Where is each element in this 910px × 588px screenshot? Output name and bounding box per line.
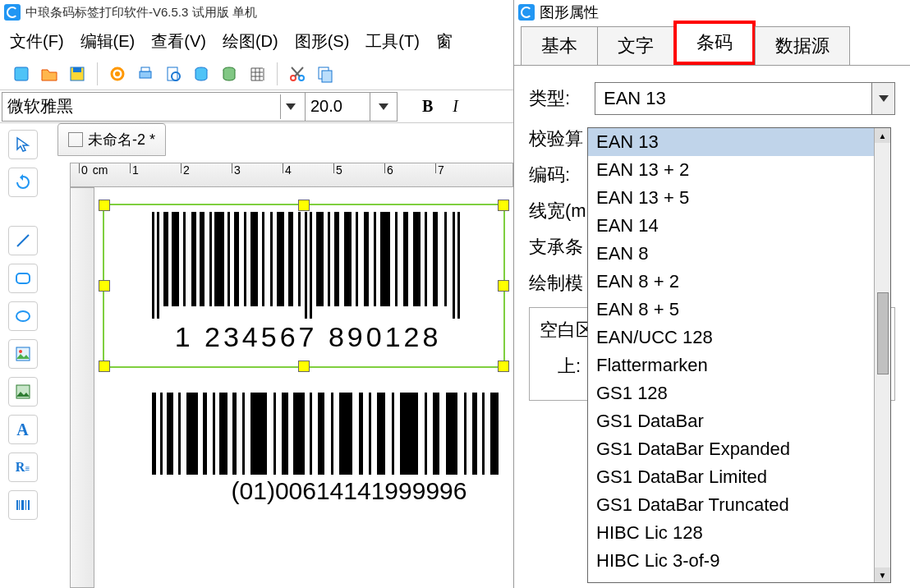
svg-rect-66 <box>186 393 198 475</box>
font-select[interactable]: 微软雅黑 <box>2 92 306 122</box>
label-bearer: 支承条 <box>529 235 595 260</box>
option-eanucc128[interactable]: EAN/UCC 128 <box>588 324 890 351</box>
svg-rect-28 <box>163 212 168 306</box>
richtext-tool[interactable]: R≡ <box>8 452 38 482</box>
option-hibc128[interactable]: HIBC Lic 128 <box>588 519 890 547</box>
option-flattermarken[interactable]: Flattermarken <box>588 351 890 379</box>
ruler-horizontal: 0 cm1234567 <box>70 163 513 187</box>
pointer-tool[interactable] <box>8 130 38 159</box>
menu-extra[interactable]: 窗 <box>436 30 453 53</box>
option-ean13-2[interactable]: EAN 13 + 2 <box>588 156 890 184</box>
option-hibc3of9[interactable]: HIBC Lic 3-of-9 <box>588 547 890 575</box>
option-ean8[interactable]: EAN 8 <box>588 240 890 268</box>
handle-ne[interactable] <box>498 200 509 211</box>
save-button[interactable] <box>64 61 90 87</box>
scroll-up-icon[interactable]: ▲ <box>875 128 890 143</box>
print-button[interactable] <box>132 61 159 87</box>
new-button[interactable] <box>8 61 34 87</box>
menu-draw[interactable]: 绘图(D) <box>223 30 278 53</box>
rotate-tool[interactable] <box>8 168 38 197</box>
canvas[interactable]: 1 234567 890128 <box>94 187 513 588</box>
svg-rect-56 <box>413 212 421 306</box>
option-ean13-5[interactable]: EAN 13 + 5 <box>588 184 890 212</box>
roundrect-tool[interactable] <box>8 264 38 293</box>
svg-point-17 <box>16 311 30 321</box>
database1-button[interactable] <box>188 61 214 87</box>
size-input[interactable]: 20.0 <box>305 92 370 122</box>
menu-file[interactable]: 文件(F) <box>10 30 64 53</box>
font-dropdown-icon[interactable] <box>280 94 300 119</box>
cut-button[interactable] <box>284 61 310 87</box>
option-ean14[interactable]: EAN 14 <box>588 212 890 240</box>
svg-rect-26 <box>152 212 154 319</box>
svg-rect-34 <box>214 212 224 306</box>
scroll-down-icon[interactable]: ▼ <box>875 567 890 582</box>
handle-s[interactable] <box>298 361 310 372</box>
svg-rect-78 <box>331 393 333 475</box>
menu-shape[interactable]: 图形(S) <box>295 30 350 53</box>
tab-text[interactable]: 文字 <box>597 26 674 65</box>
menu-view[interactable]: 查看(V) <box>151 30 206 53</box>
svg-rect-35 <box>228 212 230 306</box>
grid-button[interactable] <box>244 61 270 87</box>
handle-sw[interactable] <box>99 361 110 372</box>
menu-tool[interactable]: 工具(T) <box>365 30 420 53</box>
image2-tool[interactable] <box>8 377 38 407</box>
barcode1-text: 1 234567 890128 <box>111 321 505 353</box>
image1-tool[interactable] <box>8 339 38 369</box>
settings-button[interactable] <box>104 61 131 87</box>
option-gs1databar-trunc[interactable]: GS1 DataBar Truncated <box>588 491 890 519</box>
svg-rect-87 <box>446 393 457 475</box>
option-gs1databar-lim[interactable]: GS1 DataBar Limited <box>588 463 890 491</box>
tab-barcode[interactable]: 条码 <box>673 21 756 65</box>
option-gs1databar-exp[interactable]: GS1 DataBar Expanded <box>588 435 890 463</box>
option-ean8-5[interactable]: EAN 8 + 5 <box>588 296 890 324</box>
bold-button[interactable]: B <box>422 97 433 116</box>
svg-rect-44 <box>305 212 307 319</box>
ruler-vertical <box>70 187 94 588</box>
copy-button[interactable] <box>312 61 338 87</box>
svg-rect-37 <box>244 212 246 306</box>
svg-rect-54 <box>395 212 398 306</box>
svg-rect-65 <box>178 393 181 475</box>
barcode-gs1[interactable]: (01)00614141999996 <box>152 393 546 505</box>
option-gs1128[interactable]: GS1 128 <box>588 379 890 407</box>
dropdown-scrollbar[interactable]: ▲ ▼ <box>874 128 890 582</box>
handle-se[interactable] <box>498 361 509 372</box>
handle-w[interactable] <box>99 280 110 292</box>
menu-edit[interactable]: 编辑(E) <box>80 30 136 53</box>
open-button[interactable] <box>36 61 62 87</box>
handle-nw[interactable] <box>99 200 110 211</box>
document-tab[interactable]: 未命名-2 * <box>57 123 166 156</box>
type-dropdown-icon[interactable] <box>871 83 894 114</box>
option-ean8-2[interactable]: EAN 8 + 2 <box>588 268 890 296</box>
text-tool[interactable]: A <box>8 415 38 444</box>
svg-rect-75 <box>293 393 305 475</box>
database2-button[interactable] <box>216 61 242 87</box>
italic-button[interactable]: I <box>453 97 458 116</box>
svg-point-4 <box>115 71 120 76</box>
ellipse-tool[interactable] <box>8 301 38 331</box>
svg-rect-91 <box>490 393 499 475</box>
svg-rect-64 <box>167 393 173 475</box>
tab-basic[interactable]: 基本 <box>521 26 598 65</box>
handle-n[interactable] <box>298 200 310 211</box>
svg-rect-90 <box>482 393 485 475</box>
preview-button[interactable] <box>160 61 186 87</box>
option-ean13[interactable]: EAN 13 <box>588 128 890 156</box>
option-gs1databar[interactable]: GS1 DataBar <box>588 407 890 435</box>
tab-datasource[interactable]: 数据源 <box>755 26 850 65</box>
type-combobox[interactable]: EAN 13 <box>595 82 895 115</box>
line-tool[interactable] <box>8 226 38 255</box>
svg-rect-6 <box>141 67 149 71</box>
svg-rect-22 <box>19 500 20 510</box>
scroll-thumb[interactable] <box>877 292 889 374</box>
svg-rect-39 <box>262 212 264 306</box>
barcode-ean13[interactable]: 1 234567 890128 <box>152 212 505 351</box>
svg-rect-60 <box>453 212 455 319</box>
svg-rect-23 <box>21 500 24 510</box>
barcode-tool[interactable] <box>8 490 38 520</box>
svg-rect-84 <box>400 393 418 475</box>
svg-rect-83 <box>392 393 394 475</box>
size-dropdown-icon[interactable] <box>370 92 398 122</box>
